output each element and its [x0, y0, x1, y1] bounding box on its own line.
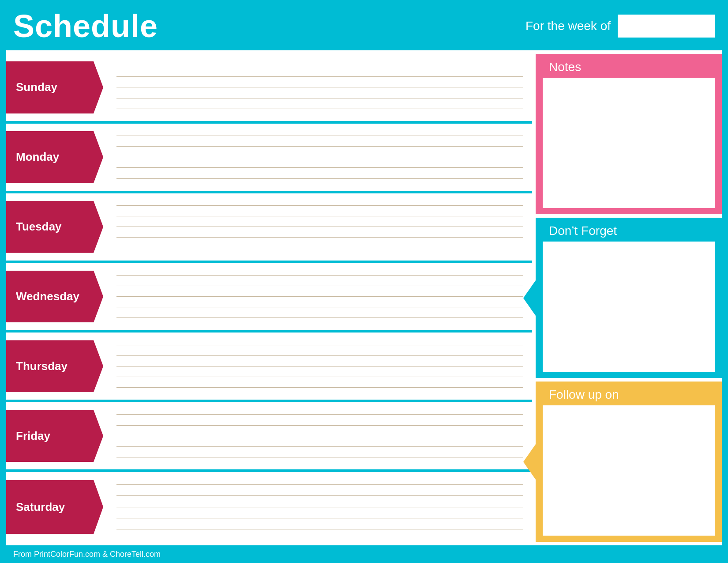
day-label-sunday: Sunday [6, 61, 103, 113]
schedule-line [116, 529, 523, 529]
day-label-thursday: Thursday [6, 340, 103, 392]
schedule-line [116, 205, 523, 206]
day-lines-wednesday [112, 263, 532, 330]
schedule-line [116, 446, 523, 447]
schedule-line [116, 495, 523, 496]
follow-up-section: Follow up on [536, 382, 722, 542]
schedule-line [116, 377, 523, 377]
notes-section: Notes [536, 54, 722, 214]
follow-up-textarea[interactable] [543, 405, 715, 536]
schedule-line [116, 237, 523, 238]
day-row-tuesday: Tuesday [6, 193, 532, 263]
day-row-wednesday: Wednesday [6, 263, 532, 333]
day-row-monday: Monday [6, 124, 532, 193]
schedule-line [116, 387, 523, 388]
schedule-line [116, 425, 523, 426]
day-row-thursday: Thursday [6, 333, 532, 402]
schedule-line [116, 436, 523, 436]
day-label-wednesday: Wednesday [6, 271, 103, 323]
schedule-line [116, 286, 523, 286]
schedule-line [116, 355, 523, 356]
day-lines-thursday [112, 333, 532, 400]
day-label-monday: Monday [6, 131, 103, 183]
schedule-line [116, 345, 523, 345]
page-title: Schedule [13, 8, 158, 44]
day-label-saturday: Saturday [6, 480, 103, 534]
day-lines-sunday [112, 54, 532, 121]
day-row-saturday: Saturday [6, 472, 532, 542]
day-row-friday: Friday [6, 402, 532, 472]
schedule-line [116, 317, 523, 318]
schedule-line [116, 457, 523, 457]
schedule-line [116, 484, 523, 485]
schedule-line [116, 366, 523, 367]
week-of-label: For the week of [525, 19, 611, 33]
schedule-line [116, 178, 523, 179]
dont-forget-header: Don’t Forget [536, 218, 722, 242]
footer-text: From PrintColorFun.com & ChoreTell.com [13, 550, 161, 559]
schedule-line [116, 76, 523, 77]
schedule-line [116, 414, 523, 415]
day-row-sunday: Sunday [6, 54, 532, 124]
day-label-friday: Friday [6, 410, 103, 462]
follow-up-arrow [523, 444, 536, 480]
week-of-input[interactable] [618, 15, 715, 38]
schedule-line [116, 507, 523, 507]
day-lines-monday [112, 124, 532, 191]
right-panel: Notes Don’t Forget Follow up on [532, 50, 722, 545]
schedule-line [116, 66, 523, 66]
page-wrapper: Schedule For the week of SundayMondayTue… [0, 0, 728, 563]
notes-textarea[interactable] [543, 78, 715, 208]
schedule-line [116, 136, 523, 136]
day-label-tuesday: Tuesday [6, 201, 103, 253]
schedule-line [116, 296, 523, 297]
days-container: SundayMondayTuesdayWednesdayThursdayFrid… [6, 54, 532, 542]
day-lines-saturday [112, 472, 532, 542]
schedule-line [116, 248, 523, 248]
day-lines-friday [112, 402, 532, 469]
schedule-line [116, 307, 523, 307]
schedule-line [116, 227, 523, 227]
schedule-line [116, 146, 523, 147]
schedule-line [116, 98, 523, 98]
header-right: For the week of [525, 15, 715, 38]
schedule-line [116, 216, 523, 216]
dont-forget-textarea[interactable] [543, 242, 715, 372]
schedule-left: SundayMondayTuesdayWednesdayThursdayFrid… [6, 50, 532, 545]
day-lines-tuesday [112, 193, 532, 261]
schedule-line [116, 518, 523, 518]
schedule-line [116, 157, 523, 157]
dont-forget-arrow [523, 280, 536, 316]
follow-up-header: Follow up on [536, 382, 722, 405]
schedule-line [116, 167, 523, 168]
schedule-line [116, 275, 523, 276]
header: Schedule For the week of [0, 0, 728, 50]
footer: From PrintColorFun.com & ChoreTell.com [0, 545, 728, 563]
schedule-line [116, 109, 523, 109]
dont-forget-section: Don’t Forget [536, 218, 722, 378]
schedule-line [116, 87, 523, 87]
notes-header: Notes [536, 54, 722, 78]
